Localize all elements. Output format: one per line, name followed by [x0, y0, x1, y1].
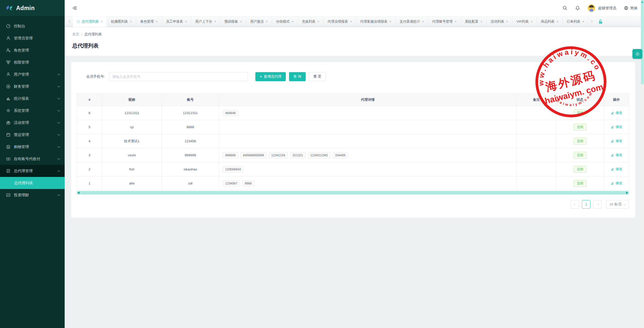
tab-activity-list[interactable]: 活动列表× — [487, 16, 512, 27]
tab-agent-cs-performance[interactable]: 代理客服业绩报表× — [356, 16, 396, 27]
tab-close-icon[interactable]: × — [582, 20, 584, 23]
cell-remark — [517, 120, 556, 134]
tab-pay-channel-stats[interactable]: 支付渠道统计× — [396, 16, 428, 27]
cell-action: 修改 — [604, 106, 629, 120]
add-general-agent-button[interactable]: + 新增总代理 — [255, 72, 286, 81]
tab-close-icon[interactable]: × — [292, 20, 294, 23]
sidebar-item-system[interactable]: 系统管理 — [0, 105, 65, 117]
tab-system-config[interactable]: 系统配置× — [461, 16, 487, 27]
tab-vip-list[interactable]: VIP列表× — [512, 16, 537, 27]
tab-close-icon[interactable]: × — [156, 20, 158, 23]
cell-id: 3 — [77, 148, 102, 162]
tab-close-icon[interactable]: × — [350, 20, 352, 23]
sidebar-collapse-icon[interactable] — [72, 6, 77, 11]
app-logo[interactable]: Admin — [0, 0, 65, 16]
tab-close-icon[interactable]: × — [101, 20, 103, 23]
edit-link[interactable]: 修改 — [611, 139, 622, 143]
tab-close-icon[interactable]: × — [556, 20, 558, 23]
tab-recharge-list[interactable]: 充值列表× — [298, 16, 324, 27]
sidebar-item-permissions[interactable]: 权限管理 — [0, 56, 65, 68]
edit-link[interactable]: 修改 — [611, 125, 622, 129]
tab-order-list[interactable]: 订单列表× — [563, 16, 589, 27]
settings-panel-button[interactable] — [632, 49, 642, 59]
breadcrumb-home[interactable]: 首页 — [72, 32, 79, 37]
tab-close-icon[interactable]: × — [185, 20, 187, 23]
agent-tag: 464646 — [223, 110, 238, 116]
tab-user-activate[interactable]: 用户激活× — [246, 16, 272, 27]
tabs-scroll-left[interactable] — [67, 16, 73, 27]
horizontal-scrollbar[interactable] — [77, 191, 629, 195]
chevron-down-icon — [58, 145, 60, 148]
sidebar-item-operations[interactable]: 营运管理 — [0, 129, 65, 141]
sidebar-subitem-general-agent-list[interactable]: 总代理列表 — [0, 177, 65, 189]
sidebar-item-activities[interactable]: 活动管理 — [0, 117, 65, 129]
sidebar-item-investment[interactable]: 投资理财 — [0, 189, 65, 201]
tab-close-icon[interactable]: × — [455, 20, 457, 23]
tab-close-icon[interactable]: × — [130, 20, 132, 23]
sidebar-item-reports[interactable]: 统计报表 — [0, 92, 65, 105]
pagination-prev-button[interactable] — [571, 200, 579, 209]
tab-close-icon[interactable]: × — [531, 20, 533, 23]
pagination-next-button[interactable] — [593, 200, 602, 209]
page-size-select[interactable]: 10 条/页 — [606, 200, 629, 209]
sidebar-item-shopping[interactable]: 购物管理 — [0, 141, 65, 153]
shop-icon — [6, 145, 11, 149]
user-menu[interactable]: 超级管理员 — [588, 4, 617, 12]
tab-close-icon[interactable]: × — [240, 20, 242, 23]
cell-action: 修改 — [604, 162, 629, 176]
agent-tag: 845688855896 — [240, 152, 266, 158]
sidebar-item-dashboard[interactable]: 控制台 — [0, 20, 65, 32]
sidebar-item-label: 购物管理 — [14, 145, 29, 149]
pagination-page-1[interactable]: 1 — [582, 200, 590, 209]
language-switcher[interactable]: 简体 — [624, 6, 637, 11]
sidebar-item-finance[interactable]: 财务管理 — [0, 80, 65, 92]
tab-label: 用户激活 — [250, 19, 264, 24]
tab-product-list[interactable]: 商品列表× — [537, 16, 563, 27]
tab-preset-template[interactable]: 预设模板× — [220, 16, 246, 27]
query-button[interactable]: 查 询 — [289, 72, 306, 81]
sidebar-item-own-account-payment[interactable]: 自有账号代收付 — [0, 153, 65, 165]
reset-button[interactable]: 重 置 — [309, 72, 326, 81]
col-header-account: 账号 — [162, 93, 219, 106]
edit-link[interactable]: 修改 — [611, 111, 622, 115]
scroll-up-arrow-icon[interactable] — [641, 1, 643, 3]
tab-agent-performance[interactable]: 代理业绩报表× — [324, 16, 356, 27]
sidebar-item-roles[interactable]: 角色管理 — [0, 44, 65, 56]
tab-loading-icon — [77, 20, 80, 23]
phone-filter-input[interactable] — [109, 72, 248, 81]
tab-group-mode[interactable]: 分组模式× — [272, 16, 298, 27]
tab-close-icon[interactable]: × — [422, 20, 424, 23]
edit-link[interactable]: 修改 — [611, 181, 622, 185]
tab-close-icon[interactable]: × — [480, 20, 482, 23]
scroll-left-arrow-icon[interactable] — [77, 192, 79, 194]
search-icon[interactable] — [562, 6, 568, 11]
edit-link[interactable]: 修改 — [611, 167, 622, 171]
edit-link[interactable]: 修改 — [611, 153, 622, 157]
tab-staff-apply[interactable]: 员工申请表× — [162, 16, 191, 27]
tab-close-icon[interactable]: × — [317, 20, 319, 23]
pencil-icon — [611, 153, 614, 157]
status-badge: 启用 — [574, 152, 587, 159]
tab-close-icon[interactable]: × — [389, 20, 391, 23]
phone-filter-label: 会员手机号: — [86, 74, 105, 79]
tabs-scroll-right[interactable] — [588, 16, 594, 27]
vertical-scrollbar-thumb[interactable] — [641, 0, 644, 84]
tabs-lock-button[interactable] — [594, 16, 607, 27]
chevron-down-icon — [58, 133, 60, 136]
tab-general-agent-list[interactable]: 总代理列表 × — [73, 16, 107, 27]
tab-role-mgmt[interactable]: 角色管理× — [136, 16, 162, 27]
tab-carousel-list[interactable]: 轮播图列表× — [107, 16, 136, 27]
tab-close-icon[interactable]: × — [266, 20, 268, 23]
bell-icon[interactable] — [575, 6, 580, 11]
table-row: 6 12312311 12312311 464646 启用 修改 — [77, 106, 629, 120]
sidebar-item-label: 投资理财 — [14, 193, 29, 198]
tab-agent-account-mgmt[interactable]: 代理账号管理× — [428, 16, 461, 27]
tab-user-updown[interactable]: 用户上下分× — [191, 16, 220, 27]
col-header-nickname: 昵称 — [102, 93, 162, 106]
sidebar-item-admins[interactable]: 管理员管理 — [0, 32, 65, 44]
scroll-right-arrow-icon[interactable] — [626, 192, 628, 194]
tab-close-icon[interactable]: × — [506, 20, 508, 23]
sidebar-item-general-agent[interactable]: 总代理管理 — [0, 165, 65, 177]
sidebar-item-users[interactable]: 用户管理 — [0, 68, 65, 80]
tab-close-icon[interactable]: × — [214, 20, 216, 23]
